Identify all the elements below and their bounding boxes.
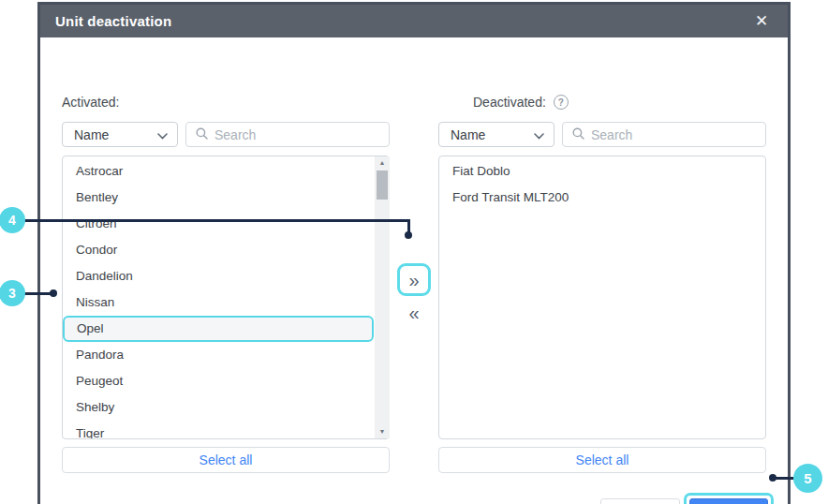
activated-filter-value: Name: [74, 127, 109, 142]
close-icon[interactable]: ✕: [747, 5, 776, 37]
chevron-down-icon: [534, 126, 544, 143]
activated-filter-dropdown[interactable]: Name: [62, 122, 178, 147]
search-icon: [196, 126, 208, 143]
list-item[interactable]: Astrocar: [63, 158, 374, 185]
deactivated-filter-value: Name: [451, 127, 485, 142]
list-item-selected[interactable]: Opel: [63, 316, 374, 342]
callout-badge-5: 5: [793, 464, 822, 493]
list-item[interactable]: Peugeot: [63, 368, 374, 394]
move-left-button[interactable]: «: [397, 300, 431, 326]
activated-list: AstrocarBentleyCitroenCondorDandelionNis…: [62, 156, 390, 439]
scrollbar-thumb[interactable]: [377, 170, 388, 200]
callout-line: [24, 219, 410, 222]
deactivated-search-box: [562, 122, 766, 147]
deactivated-select-all-button[interactable]: Select all: [438, 447, 766, 473]
unit-deactivation-dialog: Unit deactivation ✕ Activated: Deactivat…: [37, 2, 791, 504]
list-item[interactable]: Ford Transit MLT200: [439, 185, 765, 211]
list-item[interactable]: Tiger: [63, 421, 374, 439]
list-item[interactable]: Fiat Doblo: [439, 158, 765, 185]
list-item[interactable]: Citroen: [63, 211, 374, 237]
activated-select-all-button[interactable]: Select all: [62, 447, 390, 473]
move-right-button[interactable]: »: [397, 263, 431, 296]
deactivated-filter-dropdown[interactable]: Name: [438, 122, 554, 147]
dialog-title: Unit deactivation: [40, 13, 171, 29]
callout-dot: [769, 474, 776, 482]
list-item[interactable]: Condor: [63, 237, 374, 263]
screen: Unit deactivation ✕ Activated: Deactivat…: [0, 0, 828, 504]
list-item[interactable]: Bentley: [63, 185, 374, 211]
chevron-down-icon: [157, 126, 168, 143]
dialog-body: Activated: Deactivated: ? Name Name: [40, 37, 788, 504]
callout-badge-4: 4: [0, 207, 25, 233]
list-item[interactable]: Pandora: [63, 342, 374, 368]
deactivated-label-group: Deactivated: ?: [473, 95, 569, 110]
help-icon[interactable]: ?: [554, 95, 569, 110]
scroll-up-icon[interactable]: ▲: [375, 156, 390, 170]
callout-dot: [50, 289, 57, 297]
ok-button[interactable]: OK: [689, 498, 768, 504]
callout-line: [774, 477, 795, 480]
callout-dot: [405, 231, 412, 239]
callout-badge-3: 3: [0, 280, 25, 306]
activated-search-input[interactable]: [214, 127, 381, 142]
deactivated-label: Deactivated:: [473, 95, 546, 110]
activated-list-scrollbar[interactable]: ▲ ▼: [375, 156, 390, 438]
list-item[interactable]: Shelby: [63, 394, 374, 421]
activated-search-box: [185, 122, 390, 147]
deactivated-list: Fiat DobloFord Transit MLT200: [438, 156, 766, 439]
dialog-titlebar: Unit deactivation ✕: [40, 5, 788, 37]
activated-label: Activated:: [62, 95, 119, 110]
list-item[interactable]: Nissan: [63, 289, 374, 316]
list-item[interactable]: Dandelion: [63, 263, 374, 289]
cancel-button[interactable]: Cancel: [600, 498, 680, 504]
scroll-down-icon[interactable]: ▼: [375, 425, 390, 438]
deactivated-search-input[interactable]: [591, 127, 758, 142]
search-icon: [572, 126, 584, 143]
